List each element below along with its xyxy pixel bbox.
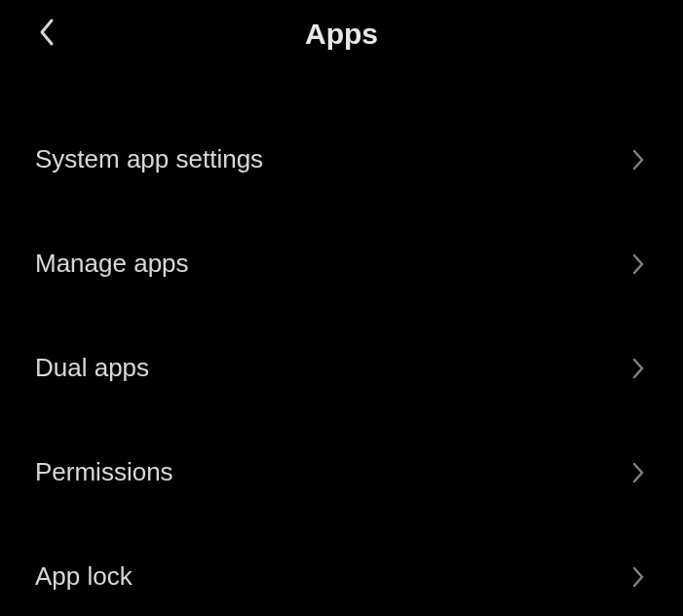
list-item-manage-apps[interactable]: Manage apps [0, 212, 683, 316]
list-item-label: Dual apps [35, 353, 149, 383]
list-item-permissions[interactable]: Permissions [0, 420, 683, 524]
chevron-right-icon [628, 459, 648, 486]
list-item-label: System app settings [35, 144, 263, 174]
list-item-system-app-settings[interactable]: System app settings [0, 107, 683, 212]
back-button[interactable] [27, 15, 66, 54]
settings-list: System app settings Manage apps Dual app… [0, 68, 683, 616]
list-item-label: Manage apps [35, 249, 189, 279]
list-item-label: Permissions [35, 457, 173, 487]
list-item-label: App lock [35, 561, 133, 592]
list-item-app-lock[interactable]: App lock [0, 524, 683, 616]
back-icon [36, 17, 57, 52]
chevron-right-icon [628, 355, 648, 382]
page-title: Apps [305, 18, 378, 51]
list-item-dual-apps[interactable]: Dual apps [0, 316, 683, 420]
chevron-right-icon [628, 563, 648, 591]
chevron-right-icon [628, 250, 648, 278]
header: Apps [0, 0, 683, 68]
chevron-right-icon [628, 146, 648, 173]
